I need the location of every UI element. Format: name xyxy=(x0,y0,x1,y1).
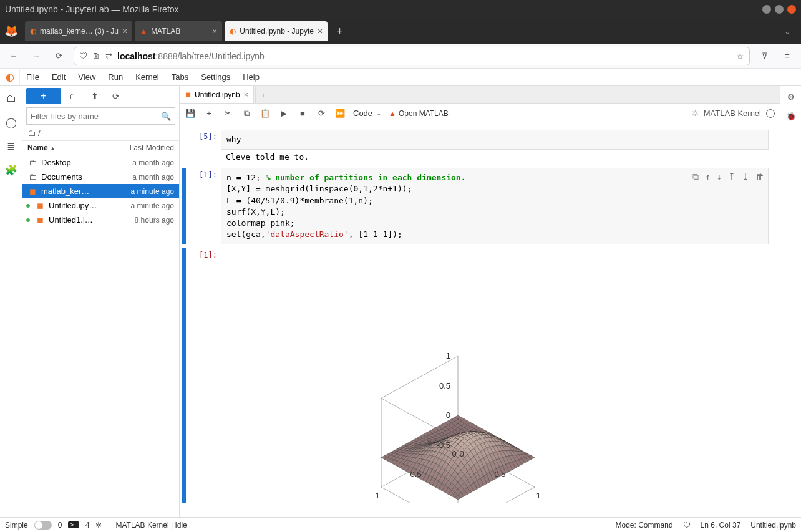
simple-mode-toggle[interactable] xyxy=(34,521,52,530)
terminals-count[interactable]: 0 xyxy=(58,521,62,530)
gear-icon: ✲ xyxy=(95,521,102,530)
filter-input[interactable] xyxy=(31,112,157,121)
svg-text:1: 1 xyxy=(446,351,450,360)
close-icon[interactable]: × xyxy=(244,90,248,99)
menu-tabs[interactable]: Tabs xyxy=(165,69,195,85)
pocket-icon[interactable]: ⊽ xyxy=(757,49,772,64)
new-tab-button[interactable]: + xyxy=(330,25,349,38)
hamburger-menu-icon[interactable]: ≡ xyxy=(780,49,795,64)
close-icon[interactable]: × xyxy=(122,26,127,36)
folder-icon: 🗀 xyxy=(27,128,36,138)
stop-button[interactable]: ■ xyxy=(297,108,308,119)
reload-button[interactable]: ⟳ xyxy=(51,49,66,64)
breadcrumb-root: / xyxy=(38,128,41,138)
shield-icon[interactable]: 🛡 xyxy=(79,51,87,60)
os-titlebar: Untitled.ipynb - JupyterLab — Mozilla Fi… xyxy=(0,0,801,19)
folder-icon: 🗀 xyxy=(27,172,37,181)
window-close-button[interactable] xyxy=(787,5,796,14)
cursor-position[interactable]: Ln 6, Col 37 xyxy=(701,521,741,530)
insert-below-icon[interactable]: ⤓ xyxy=(742,171,749,183)
cut-button[interactable]: ✂ xyxy=(222,108,233,119)
save-button[interactable]: 💾 xyxy=(185,108,196,119)
upload-button[interactable]: ⬆ xyxy=(86,88,104,104)
move-up-icon[interactable]: ↑ xyxy=(705,171,710,183)
new-launcher-button[interactable]: + xyxy=(26,88,61,104)
editor-mode[interactable]: Mode: Command xyxy=(616,521,673,530)
window-maximize-button[interactable] xyxy=(775,5,784,14)
menu-settings[interactable]: Settings xyxy=(195,69,236,85)
file-browser-panel: + 🗀 ⬆ ⟳ 🔍 🗀 / Name ▲ Last Modified 🗀Desk… xyxy=(22,86,180,517)
code-input[interactable]: n = 12; % number of partitions in each d… xyxy=(221,168,769,244)
refresh-button[interactable]: ⟳ xyxy=(107,88,125,104)
cell-type-select[interactable]: Code ⌄ xyxy=(353,109,381,118)
notebook-content[interactable]: [5]: why Cleve told me to. [1]: n = 12; … xyxy=(180,123,780,517)
restart-button[interactable]: ⟳ xyxy=(316,108,327,119)
insert-cell-button[interactable]: + xyxy=(203,108,215,119)
kernel-name-label[interactable]: MATLAB Kernel xyxy=(704,109,761,118)
menu-kernel[interactable]: Kernel xyxy=(129,69,165,85)
header-name[interactable]: Name xyxy=(27,143,48,152)
svg-text:0.5: 0.5 xyxy=(494,470,505,480)
status-file-name[interactable]: Untitled.ipynb xyxy=(750,521,796,530)
notebook-cell[interactable]: [1]: n = 12; % number of partitions in e… xyxy=(182,168,769,244)
file-row[interactable]: ◼matlab_ker…a minute ago xyxy=(22,184,179,198)
toc-icon[interactable]: ≣ xyxy=(5,140,17,152)
copy-button[interactable]: ⧉ xyxy=(241,108,252,119)
cell-type-value: Code xyxy=(353,109,372,118)
file-modified: a minute ago xyxy=(131,187,174,196)
file-row[interactable]: 🗀Desktopa month ago xyxy=(22,155,179,170)
notebook-output: [1]: -0.500.5100.5100.51 xyxy=(182,248,769,503)
run-button[interactable]: ▶ xyxy=(278,108,289,119)
close-icon[interactable]: × xyxy=(212,26,217,36)
notebook-icon: ◼ xyxy=(35,215,45,225)
file-row[interactable]: ◼Untitled.ipy…a minute ago xyxy=(22,198,179,213)
header-modified[interactable]: Last Modified xyxy=(130,143,174,152)
browser-tab-0[interactable]: ◐ matlab_kerne… (3) - Ju × xyxy=(25,21,132,41)
delete-cell-icon[interactable]: 🗑 xyxy=(755,171,764,183)
breadcrumb[interactable]: 🗀 / xyxy=(22,126,179,141)
trusted-icon[interactable]: 🛡 xyxy=(683,521,691,530)
url-field[interactable]: 🛡 🗎 ⇄ localhost:8888/lab/tree/Untitled.i… xyxy=(74,47,750,65)
new-folder-button[interactable]: 🗀 xyxy=(65,88,82,104)
browser-tab-2[interactable]: ◐ Untitled.ipynb - Jupyte × xyxy=(225,21,328,41)
kernels-count[interactable]: 4 xyxy=(85,521,90,530)
permissions-icon[interactable]: ⇄ xyxy=(105,51,112,60)
close-icon[interactable]: × xyxy=(318,26,323,36)
running-indicator-icon xyxy=(26,204,30,208)
extension-icon[interactable]: 🧩 xyxy=(5,163,17,176)
add-tab-button[interactable]: + xyxy=(255,87,271,103)
jupyter-logo-icon[interactable]: ◐ xyxy=(0,69,20,85)
kernel-status-text[interactable]: MATLAB Kernel | Idle xyxy=(115,521,187,530)
file-row[interactable]: 🗀Documentsa month ago xyxy=(22,170,179,184)
menu-run[interactable]: Run xyxy=(102,69,129,85)
run-all-button[interactable]: ⏩ xyxy=(334,108,346,119)
forward-button[interactable]: → xyxy=(29,49,44,64)
browser-tab-1[interactable]: ▲ MATLAB × xyxy=(135,21,222,41)
kernel-status-icon[interactable] xyxy=(766,109,775,118)
input-prompt: [1]: xyxy=(186,168,221,244)
move-down-icon[interactable]: ↓ xyxy=(717,171,722,183)
bookmark-star-icon[interactable]: ☆ xyxy=(736,51,744,61)
window-minimize-button[interactable] xyxy=(762,5,771,14)
running-icon[interactable]: ◯ xyxy=(5,116,17,128)
duplicate-cell-icon[interactable]: ⧉ xyxy=(692,171,699,183)
document-tab[interactable]: ◼ Untitled.ipynb × xyxy=(180,85,254,103)
file-row[interactable]: ◼Untitled1.i…8 hours ago xyxy=(22,213,179,227)
menu-help[interactable]: Help xyxy=(236,69,266,85)
page-info-icon[interactable]: 🗎 xyxy=(92,51,100,60)
tab-list-chevron-icon[interactable]: ⌄ xyxy=(779,27,796,36)
menu-file[interactable]: File xyxy=(20,69,46,85)
code-input[interactable]: why xyxy=(221,130,769,150)
open-matlab-button[interactable]: ▲ Open MATLAB xyxy=(389,109,449,118)
paste-button[interactable]: 📋 xyxy=(260,108,271,119)
svg-text:0: 0 xyxy=(446,410,450,420)
insert-above-icon[interactable]: ⤒ xyxy=(728,171,735,183)
debugger-icon[interactable]: 🐞 xyxy=(786,112,796,121)
menu-view[interactable]: View xyxy=(72,69,102,85)
notebook-cell[interactable]: [5]: why Cleve told me to. xyxy=(182,130,769,164)
back-button[interactable]: ← xyxy=(6,49,21,64)
menu-edit[interactable]: Edit xyxy=(46,69,72,85)
property-inspector-icon[interactable]: ⚙ xyxy=(787,92,795,102)
file-browser-icon[interactable]: 🗀 xyxy=(5,92,17,105)
open-matlab-label: Open MATLAB xyxy=(399,109,449,118)
